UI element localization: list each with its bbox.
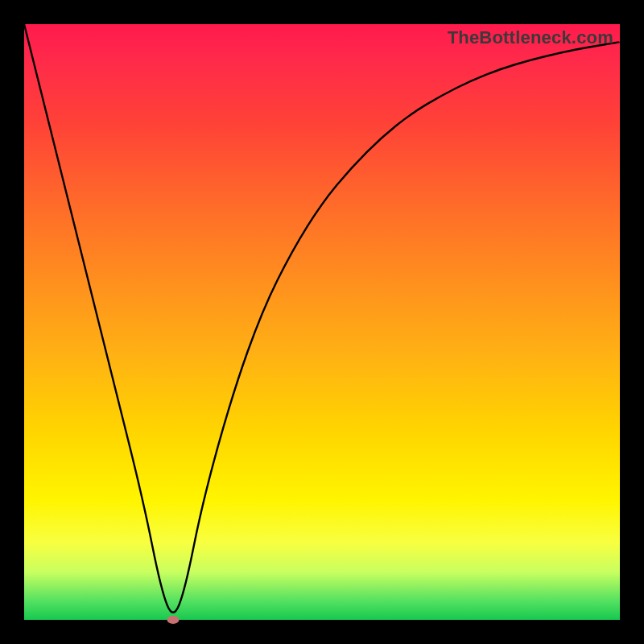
curve-path bbox=[24, 24, 620, 613]
chart-frame: TheBottleneck.com bbox=[0, 0, 644, 644]
plot-area: TheBottleneck.com bbox=[24, 24, 620, 620]
optimum-marker bbox=[167, 616, 180, 624]
watermark-text: TheBottleneck.com bbox=[448, 27, 613, 48]
bottleneck-curve bbox=[24, 24, 620, 620]
